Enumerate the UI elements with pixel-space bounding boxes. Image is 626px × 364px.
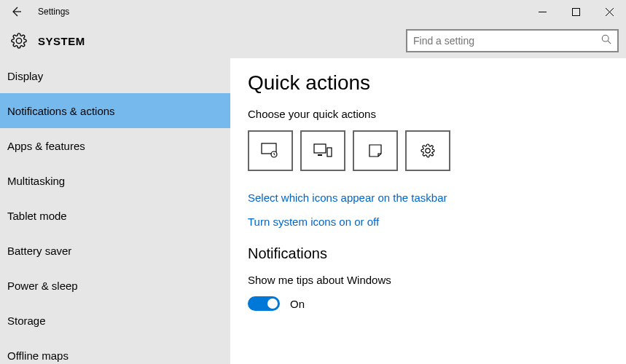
gear-icon: [420, 143, 436, 159]
toggle-knob: [267, 298, 278, 309]
sidebar-item-tablet-mode[interactable]: Tablet mode: [0, 198, 230, 233]
sidebar-item-display[interactable]: Display: [0, 58, 230, 93]
close-button[interactable]: [592, 0, 626, 23]
gear-icon: [10, 32, 28, 50]
arrow-left-icon: [10, 6, 22, 17]
header: SYSTEM: [0, 23, 626, 58]
back-button[interactable]: [4, 0, 28, 23]
window-title: Settings: [28, 7, 69, 17]
tips-label: Show me tips about Windows: [248, 274, 609, 286]
quick-actions-row: [248, 130, 609, 171]
connect-icon: [313, 143, 332, 158]
all-settings-tile[interactable]: [405, 130, 450, 171]
link-taskbar-icons[interactable]: Select which icons appear on the taskbar: [248, 191, 609, 204]
tablet-mode-tile[interactable]: [248, 130, 293, 171]
svg-point-1: [602, 35, 609, 41]
window-controls: [525, 0, 626, 23]
sidebar-item-storage[interactable]: Storage: [0, 303, 230, 338]
svg-rect-5: [327, 148, 332, 157]
sidebar-item-battery-saver[interactable]: Battery saver: [0, 233, 230, 268]
close-icon: [606, 8, 614, 16]
sidebar: Display Notifications & actions Apps & f…: [0, 58, 230, 364]
tips-toggle[interactable]: [248, 296, 280, 311]
tips-toggle-row: On: [248, 296, 609, 311]
sidebar-item-apps-features[interactable]: Apps & features: [0, 128, 230, 163]
quick-actions-heading: Quick actions: [248, 71, 609, 95]
sidebar-item-multitasking[interactable]: Multitasking: [0, 163, 230, 198]
link-system-icons[interactable]: Turn system icons on or off: [248, 215, 609, 228]
sidebar-item-notifications-actions[interactable]: Notifications & actions: [0, 93, 230, 128]
maximize-button[interactable]: [559, 0, 592, 23]
search-input[interactable]: [413, 35, 601, 47]
tips-toggle-state: On: [290, 298, 305, 310]
tablet-mode-icon: [261, 143, 280, 159]
header-title: SYSTEM: [38, 35, 85, 47]
maximize-icon: [572, 8, 580, 16]
sidebar-item-offline-maps[interactable]: Offline maps: [0, 338, 230, 364]
connect-tile[interactable]: [300, 130, 345, 171]
note-icon: [368, 143, 383, 158]
titlebar: Settings: [0, 0, 626, 23]
search-icon: [601, 34, 611, 47]
svg-rect-6: [318, 154, 322, 156]
minimize-icon: [539, 8, 547, 16]
search-box[interactable]: [406, 29, 619, 52]
quick-actions-sub: Choose your quick actions: [248, 108, 609, 120]
note-tile[interactable]: [353, 130, 398, 171]
minimize-button[interactable]: [525, 0, 559, 23]
svg-rect-0: [572, 8, 579, 15]
content: Display Notifications & actions Apps & f…: [0, 58, 626, 364]
sidebar-item-power-sleep[interactable]: Power & sleep: [0, 268, 230, 303]
notifications-heading: Notifications: [248, 245, 609, 262]
main-panel: Quick actions Choose your quick actions …: [230, 58, 626, 364]
svg-rect-4: [314, 144, 326, 153]
